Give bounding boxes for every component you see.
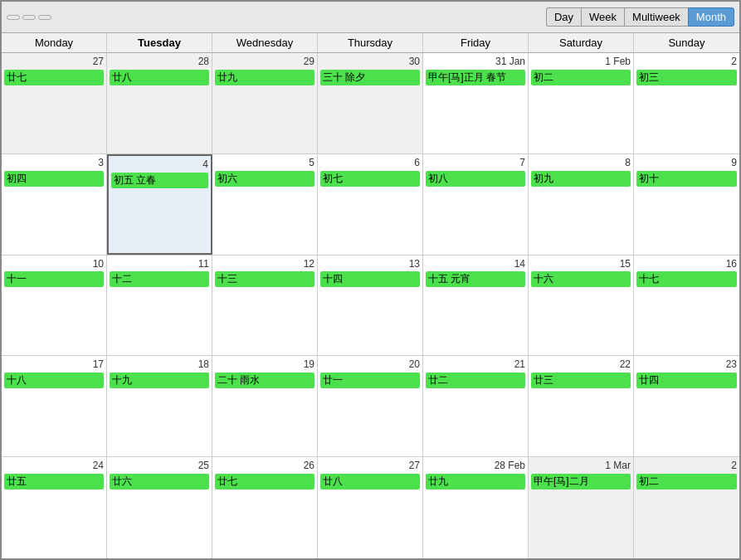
date-number: 13 (320, 257, 420, 271)
date-number: 8 (531, 156, 631, 170)
next-button[interactable] (38, 15, 51, 20)
lunar-event[interactable]: 廿四 (636, 373, 737, 388)
cal-cell-w1-d6[interactable]: 1 Feb初二 (529, 53, 634, 153)
lunar-event[interactable]: 十六 (531, 271, 631, 287)
calendar-grid: 27廿七28廿八29廿九30三十 除夕31 Jan甲午[马]正月 春节1 Feb… (2, 53, 739, 558)
cal-cell-w1-d7[interactable]: 2初三 (634, 53, 739, 153)
date-number: 1 Mar (531, 459, 631, 473)
lunar-event[interactable]: 甲午[马]二月 (531, 474, 631, 489)
cal-cell-w4-d7[interactable]: 23廿四 (634, 356, 739, 456)
lunar-event[interactable]: 廿七 (4, 70, 104, 85)
date-number: 16 (636, 257, 737, 271)
cal-cell-w1-d1[interactable]: 27廿七 (2, 53, 107, 153)
week-row-3: 10十一11十二12十三13十四14十五 元宵15十六16十七 (2, 256, 739, 357)
lunar-event[interactable]: 初五 立春 (111, 173, 208, 188)
cal-cell-w3-d1[interactable]: 10十一 (2, 256, 107, 356)
cal-cell-w1-d4[interactable]: 30三十 除夕 (318, 53, 423, 153)
date-number: 12 (215, 257, 314, 271)
lunar-event[interactable]: 十五 元宵 (426, 271, 525, 287)
cal-cell-w4-d1[interactable]: 17十八 (2, 356, 107, 456)
cal-cell-w2-d7[interactable]: 9初十 (634, 154, 739, 255)
lunar-event[interactable]: 甲午[马]正月 春节 (426, 70, 525, 85)
lunar-event[interactable]: 十一 (4, 271, 104, 287)
calendar-header: Day Week Multiweek Month (2, 2, 739, 33)
cal-cell-w4-d4[interactable]: 20廿一 (318, 356, 423, 456)
lunar-event[interactable]: 初十 (636, 171, 737, 187)
date-number: 17 (4, 358, 104, 372)
cal-cell-w3-d4[interactable]: 13十四 (318, 256, 423, 356)
day-header-saturday: Saturday (529, 33, 634, 52)
date-number: 22 (531, 358, 631, 372)
lunar-event[interactable]: 廿三 (531, 373, 631, 388)
lunar-event[interactable]: 十四 (320, 271, 420, 287)
lunar-event[interactable]: 初六 (215, 171, 314, 187)
cal-cell-w1-d3[interactable]: 29廿九 (212, 53, 318, 153)
cal-cell-w2-d1[interactable]: 3初四 (2, 154, 107, 255)
today-button[interactable] (22, 15, 36, 20)
lunar-event[interactable]: 初四 (4, 171, 104, 187)
date-number: 6 (320, 156, 420, 170)
cal-cell-w3-d5[interactable]: 14十五 元宵 (423, 256, 529, 356)
lunar-event[interactable]: 初八 (426, 171, 525, 187)
cal-cell-w5-d5[interactable]: 28 Feb廿九 (423, 457, 529, 558)
cal-cell-w2-d5[interactable]: 7初八 (423, 154, 529, 255)
cal-cell-w3-d7[interactable]: 16十七 (634, 256, 739, 356)
cal-cell-w1-d5[interactable]: 31 Jan甲午[马]正月 春节 (423, 53, 529, 153)
lunar-event[interactable]: 初三 (636, 70, 737, 85)
date-number: 28 Feb (426, 459, 525, 473)
lunar-event[interactable]: 二十 雨水 (215, 373, 314, 388)
cal-cell-w3-d3[interactable]: 12十三 (212, 256, 318, 356)
lunar-event[interactable]: 初二 (636, 474, 737, 489)
lunar-event[interactable]: 初二 (531, 70, 631, 85)
day-header-tuesday: Tuesday (107, 33, 212, 52)
cal-cell-w5-d3[interactable]: 26廿七 (212, 457, 318, 558)
date-number: 3 (4, 156, 104, 170)
cal-cell-w4-d6[interactable]: 22廿三 (529, 356, 634, 456)
lunar-event[interactable]: 廿五 (4, 474, 104, 489)
lunar-event[interactable]: 廿八 (110, 70, 209, 85)
lunar-event[interactable]: 十九 (110, 373, 209, 388)
view-week-button[interactable]: Week (581, 7, 624, 27)
date-number: 9 (636, 156, 737, 170)
cal-cell-w5-d2[interactable]: 25廿六 (107, 457, 212, 558)
date-number: 4 (111, 158, 208, 172)
cal-cell-w2-d2[interactable]: 4初五 立春 (107, 154, 212, 255)
date-number: 26 (215, 459, 314, 473)
lunar-event[interactable]: 初七 (320, 171, 420, 187)
calendar: Day Week Multiweek Month Monday Tuesday … (0, 0, 741, 560)
lunar-event[interactable]: 廿八 (320, 474, 420, 489)
lunar-event[interactable]: 十三 (215, 271, 314, 287)
lunar-event[interactable]: 廿六 (110, 474, 209, 489)
date-number: 24 (4, 459, 104, 473)
cal-cell-w2-d3[interactable]: 5初六 (212, 154, 318, 255)
date-number: 27 (320, 459, 420, 473)
lunar-event[interactable]: 三十 除夕 (320, 70, 420, 85)
lunar-event[interactable]: 十八 (4, 373, 104, 388)
lunar-event[interactable]: 廿二 (426, 373, 525, 388)
lunar-event[interactable]: 廿九 (215, 70, 314, 85)
view-day-button[interactable]: Day (546, 7, 581, 27)
lunar-event[interactable]: 廿一 (320, 373, 420, 388)
cal-cell-w2-d6[interactable]: 8初九 (529, 154, 634, 255)
view-month-button[interactable]: Month (688, 7, 734, 27)
cal-cell-w1-d2[interactable]: 28廿八 (107, 53, 212, 153)
cal-cell-w3-d6[interactable]: 15十六 (529, 256, 634, 356)
lunar-event[interactable]: 十七 (636, 271, 737, 287)
cal-cell-w2-d4[interactable]: 6初七 (318, 154, 423, 255)
cal-cell-w5-d7[interactable]: 2初二 (634, 457, 739, 558)
lunar-event[interactable]: 廿七 (215, 474, 314, 489)
cal-cell-w3-d2[interactable]: 11十二 (107, 256, 212, 356)
cal-cell-w5-d1[interactable]: 24廿五 (2, 457, 107, 558)
lunar-event[interactable]: 十二 (110, 271, 209, 287)
date-number: 1 Feb (531, 55, 631, 69)
cal-cell-w4-d2[interactable]: 18十九 (107, 356, 212, 456)
cal-cell-w5-d6[interactable]: 1 Mar甲午[马]二月 (529, 457, 634, 558)
view-multiweek-button[interactable]: Multiweek (624, 7, 688, 27)
cal-cell-w4-d3[interactable]: 19二十 雨水 (212, 356, 318, 456)
cal-cell-w5-d4[interactable]: 27廿八 (318, 457, 423, 558)
date-number: 23 (636, 358, 737, 372)
cal-cell-w4-d5[interactable]: 21廿二 (423, 356, 529, 456)
lunar-event[interactable]: 初九 (531, 171, 631, 187)
lunar-event[interactable]: 廿九 (426, 474, 525, 489)
prev-button[interactable] (7, 15, 20, 20)
